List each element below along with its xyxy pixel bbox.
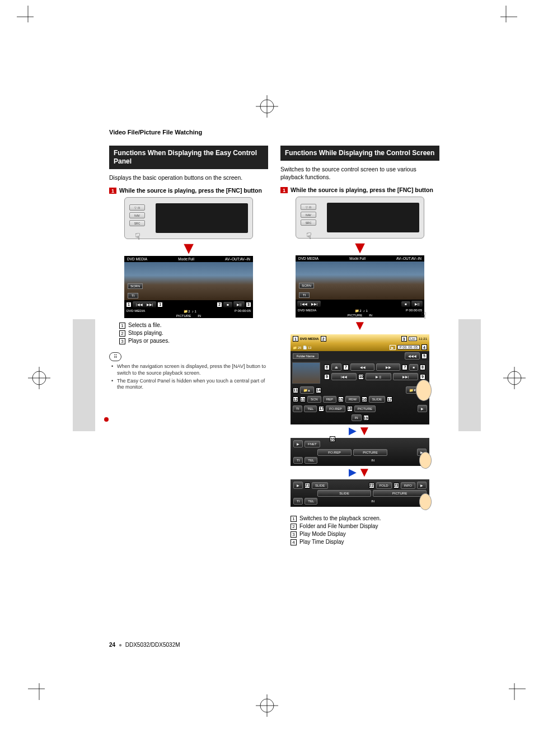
ps-bottom-source: DVD MEDIA: [127, 309, 145, 313]
playback-screenshot: DVD MEDIA Mode:Full AV–OUT:AV–IN SCRN TI…: [296, 255, 424, 318]
step-text: While the source is playing, press the […: [119, 187, 262, 194]
crop-corner: [28, 683, 45, 700]
section-label: Video File/Picture File Watching: [109, 129, 439, 136]
left-step: 1 While the source is playing, press the…: [109, 187, 268, 194]
note-icon: ⠿: [109, 352, 121, 361]
easy-playback-screenshot: DVD MEDIA Mode:Full AV–OUT:AV–IN SCRN TI…: [124, 256, 253, 318]
callout: 1: [126, 302, 132, 307]
step-number: 1: [109, 188, 116, 194]
flow-arrow-down-icon: ▼: [280, 243, 439, 252]
control-screen-screenshot: 1 DVD MEDIA 2 3 List 11:21 📁 25 📄 12 ▶ P…: [291, 334, 429, 424]
extra-bar-screenshot-1: ▶ 20 FNET FO.REP PICTURE ▶ TI TEL IN: [291, 438, 429, 466]
device-tab-nav: NAV: [301, 212, 316, 218]
device-tab-nav: NAV: [129, 212, 145, 218]
page-footer: 24 ● DDX5032/DDX5032M: [109, 642, 180, 648]
print-marker-dot: [104, 417, 109, 422]
ps-bottom-source: DVD MEDIA: [298, 309, 316, 312]
device-top-row: ▽ ⊡: [301, 204, 316, 210]
flow-arrow-down-icon: ▼: [109, 244, 268, 253]
left-desc: Displays the basic operation buttons on …: [109, 174, 268, 181]
step-number: 1: [280, 187, 288, 193]
crop-mark: [256, 694, 278, 717]
face-illustration: [416, 380, 432, 401]
print-margin-bar: [73, 319, 95, 431]
face-illustration: [419, 493, 432, 510]
callout: 3: [246, 302, 251, 307]
device-illustration: ▽ ⊡ NAV SRC ☟: [296, 197, 424, 239]
callout: 1: [157, 302, 163, 307]
ps-source: DVD MEDIA: [298, 256, 318, 260]
ps-avout: AV–OUT:AV–IN: [396, 256, 421, 260]
left-column: Functions When Displaying the Easy Contr…: [109, 146, 268, 552]
right-column: Functions While Displaying the Control S…: [280, 146, 439, 552]
hand-pointer-icon: ☟: [306, 231, 312, 241]
ps-mode: Mode:Full: [349, 256, 366, 260]
right-desc: Switches to the source control screen to…: [280, 165, 439, 181]
flow-arrow-play-down-icon: ▶▼: [280, 427, 439, 435]
right-step: 1 While the source is playing, press the…: [280, 186, 439, 193]
device-illustration: ▽ ⊡ NAV SRC ☟: [124, 197, 253, 239]
step-text: While the source is playing, press the […: [291, 186, 433, 193]
scrn-button: SCRN: [299, 283, 314, 288]
crop-corner: [500, 6, 517, 22]
crop-mark: [256, 95, 278, 118]
hand-pointer-icon: ☟: [135, 231, 140, 242]
ps-time: P 00:00:05: [406, 309, 422, 312]
crop-mark: [503, 367, 526, 389]
ps-avout: AV–OUT:AV–IN: [225, 257, 250, 261]
ps-source: DVD MEDIA: [127, 257, 147, 261]
scrn-button: SCRN: [128, 283, 143, 289]
ti-button: TI: [128, 293, 138, 298]
ps-time: P 00:00:05: [235, 309, 251, 313]
hand-pointer-icon: ☟: [421, 310, 427, 321]
page-number: 24: [109, 642, 115, 648]
left-header: Functions When Displaying the Easy Contr…: [109, 146, 268, 169]
crop-corner: [509, 683, 526, 700]
device-top-row: ▽ ⊡: [129, 204, 145, 211]
model-label: DDX5032/DDX5032M: [125, 642, 180, 648]
ps-mode: Mode:Full: [178, 257, 194, 261]
ti-button: TI: [299, 292, 310, 298]
crop-mark: [28, 367, 50, 389]
device-tab-src: SRC: [129, 220, 145, 226]
callout: 2: [217, 302, 222, 307]
right-legend: 1Switches to the playback screen. 2Folde…: [291, 515, 439, 546]
left-notes: When the navigation screen is displayed,…: [111, 363, 268, 391]
crop-corner: [17, 6, 34, 22]
face-illustration: [419, 452, 432, 469]
flow-arrow-down-icon: ▼: [280, 321, 439, 330]
extra-bar-screenshot-2: ▶ 21 SLIDE 22 FOLD 23 INFO ▶ SLIDE PICTU…: [291, 479, 429, 507]
right-header: Functions While Displaying the Control S…: [280, 146, 439, 161]
flow-arrow-play-down-icon: ▶▼: [280, 468, 439, 476]
left-legend: 1Selects a file. 2Stops playing. 3Plays …: [119, 321, 268, 345]
device-tab-src: SRC: [301, 220, 316, 226]
print-margin-bar: [458, 319, 481, 431]
